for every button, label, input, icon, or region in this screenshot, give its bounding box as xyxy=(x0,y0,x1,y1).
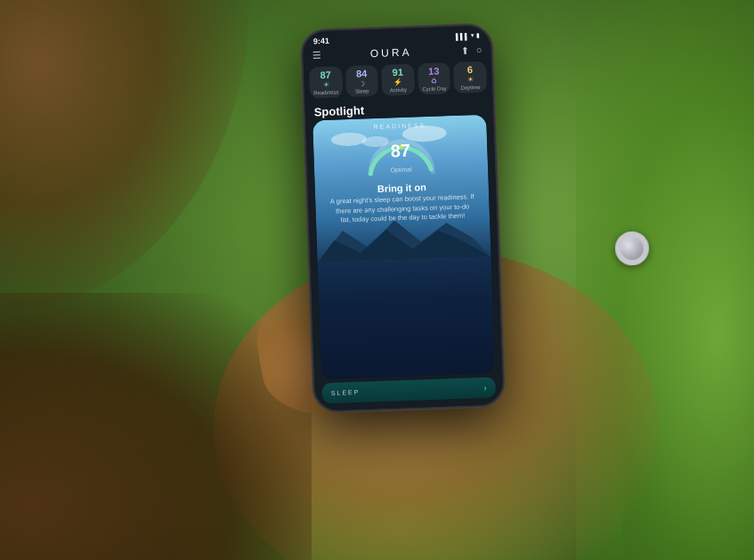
card-title: Bring it on xyxy=(377,182,426,194)
oura-ring-product xyxy=(613,230,650,266)
readiness-score[interactable]: 87 ☀ Readiness xyxy=(309,66,343,98)
gauge-score-display: 87 Optimal xyxy=(389,142,411,176)
cycle-number: 13 xyxy=(428,66,440,76)
readiness-number: 87 xyxy=(320,70,331,80)
signal-icon: ▌▌▌ xyxy=(456,33,469,40)
readiness-icon: ☀ xyxy=(322,81,328,89)
cycle-icon: ♻ xyxy=(431,77,437,85)
profile-icon[interactable]: ○ xyxy=(476,45,482,55)
daytime-icon: ☀ xyxy=(467,76,474,84)
battery-icon: ▮ xyxy=(476,32,480,39)
cycle-score[interactable]: 13 ♻ Cycle Day xyxy=(418,62,451,94)
status-time: 9:41 xyxy=(313,37,329,46)
activity-number: 91 xyxy=(392,68,403,77)
share-icon[interactable]: ⬆ xyxy=(461,45,469,56)
gauge-number: 87 xyxy=(389,142,411,160)
sleep-arrow-icon[interactable]: › xyxy=(483,383,487,393)
activity-score[interactable]: 91 ⚡ Activity xyxy=(381,63,415,95)
app-logo: OURA xyxy=(370,46,412,61)
phone-screen: 9:41 ▌▌▌ ▾ ▮ ☰ OURA ⬆ ○ 87 xyxy=(303,25,504,410)
readiness-gauge: ♛ 87 Optimal xyxy=(360,131,442,178)
menu-icon[interactable]: ☰ xyxy=(312,50,320,61)
daytime-number: 6 xyxy=(467,65,474,75)
daytime-score[interactable]: 6 ☀ Daytime xyxy=(453,61,487,93)
sleep-icon: ☽ xyxy=(359,79,365,87)
nav-right-icons: ⬆ ○ xyxy=(461,44,482,56)
sleep-label-nav: Sleep xyxy=(355,88,369,94)
gauge-sublabel: Optimal xyxy=(390,166,411,174)
wifi-icon: ▾ xyxy=(471,32,474,39)
daytime-label: Daytime xyxy=(460,85,480,91)
sleep-score[interactable]: 84 ☽ Sleep xyxy=(345,65,379,97)
cycle-label: Cycle Day xyxy=(422,85,447,92)
sleep-number: 84 xyxy=(356,69,368,78)
ring-band xyxy=(613,230,650,266)
readiness-card[interactable]: READINESS ♛ 87 Optima xyxy=(312,115,495,380)
sleep-section[interactable]: SLEEP › xyxy=(321,377,496,403)
phone-device: 9:41 ▌▌▌ ▾ ▮ ☰ OURA ⬆ ○ 87 xyxy=(301,23,506,412)
card-content: READINESS ♛ 87 Optima xyxy=(312,115,495,380)
phone-body: 9:41 ▌▌▌ ▾ ▮ ☰ OURA ⬆ ○ 87 xyxy=(301,23,506,412)
status-icons: ▌▌▌ ▾ ▮ xyxy=(456,32,480,40)
card-description: A great night's sleep can boost your rea… xyxy=(324,192,481,226)
readiness-section-label: READINESS xyxy=(374,122,426,130)
sleep-section-label: SLEEP xyxy=(331,389,361,396)
activity-icon: ⚡ xyxy=(393,78,402,86)
readiness-label: Readiness xyxy=(313,89,339,95)
activity-label: Activity xyxy=(390,87,407,93)
